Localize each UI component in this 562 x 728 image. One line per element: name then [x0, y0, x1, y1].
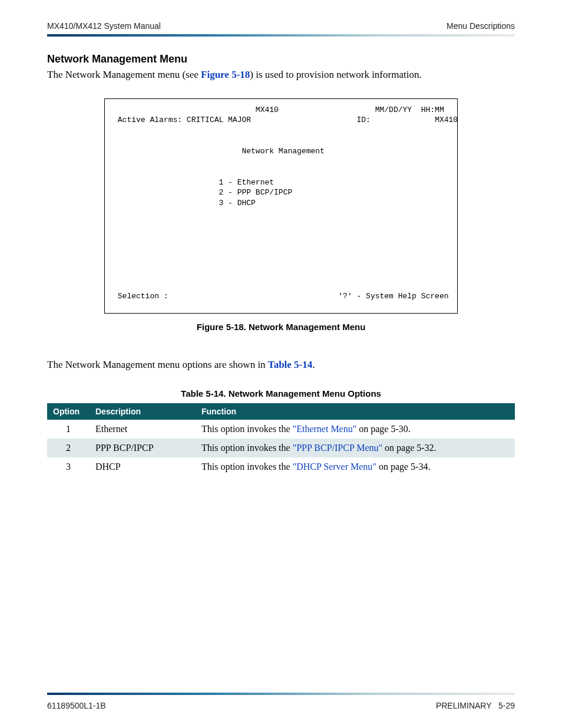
table-header-row: Option Description Function — [47, 403, 515, 420]
intro-pre: The Network Management menu (see — [47, 69, 201, 80]
func-post: on page 5-30. — [356, 424, 411, 434]
cell-description: PPP BCP/IPCP — [90, 439, 196, 457]
footer-left: 61189500L1-1B — [47, 701, 106, 710]
options-table-head: Option Description Function — [47, 403, 515, 420]
terminal-screen: MX410 MM/DD/YY HH:MM Active Alarms: CRIT… — [104, 98, 458, 314]
terminal-wrap: MX410 MM/DD/YY HH:MM Active Alarms: CRIT… — [47, 98, 515, 314]
table-row: 3 DHCP This option invokes the "DHCP Ser… — [47, 457, 515, 476]
mid-post: . — [312, 359, 315, 370]
cell-description: DHCP — [90, 457, 196, 476]
func-pre: This option invokes the — [201, 462, 293, 472]
footer-rule — [47, 693, 515, 695]
th-description: Description — [90, 403, 196, 420]
term-alarm: Active Alarms: CRITICAL MAJOR — [118, 116, 251, 124]
func-pre: This option invokes the — [201, 443, 293, 453]
page-header: MX410/MX412 System Manual Menu Descripti… — [47, 21, 515, 34]
intro-paragraph: The Network Management menu (see Figure … — [47, 68, 515, 82]
intro-post: ) is used to provision network informati… — [250, 69, 421, 80]
cell-function: This option invokes the "PPP BCP/IPCP Me… — [196, 439, 515, 457]
term-title: Network Management — [242, 147, 324, 156]
cell-function: This option invokes the "Ethernet Menu" … — [196, 420, 515, 439]
cell-option: 3 — [47, 457, 90, 476]
table-row: 2 PPP BCP/IPCP This option invokes the "… — [47, 439, 515, 457]
ethernet-menu-link[interactable]: "Ethernet Menu" — [293, 424, 357, 434]
footer-right-page: 5-29 — [498, 701, 515, 710]
section-title: Network Management Menu — [47, 53, 515, 65]
table-caption: Table 5-14. Network Management Menu Opti… — [47, 388, 515, 398]
header-rule — [47, 34, 515, 37]
ppp-menu-link[interactable]: "PPP BCP/IPCP Menu" — [293, 443, 382, 453]
term-selection: Selection : — [118, 292, 168, 301]
figure-ref-link[interactable]: Figure 5-18 — [201, 69, 250, 80]
options-table-body: 1 Ethernet This option invokes the "Ethe… — [47, 420, 515, 476]
term-device: MX410 — [256, 106, 279, 114]
header-right: Menu Descriptions — [447, 21, 515, 31]
term-opt-3: 3 - DHCP — [219, 199, 255, 207]
func-pre: This option invokes the — [201, 424, 293, 434]
term-date: MM/DD/YY HH:MM — [375, 106, 444, 114]
th-function: Function — [196, 403, 515, 420]
term-id-value: MX410 — [435, 116, 458, 124]
func-post: on page 5-32. — [382, 443, 437, 453]
options-table: Option Description Function 1 Ethernet T… — [47, 403, 515, 476]
term-opt-2: 2 - PPP BCP/IPCP — [219, 188, 292, 197]
table-row: 1 Ethernet This option invokes the "Ethe… — [47, 420, 515, 439]
func-post: on page 5-34. — [376, 462, 431, 472]
mid-paragraph: The Network Management menu options are … — [47, 358, 515, 372]
term-help: '?' - System Help Screen — [338, 292, 448, 301]
header-left: MX410/MX412 System Manual — [47, 21, 161, 31]
cell-function: This option invokes the "DHCP Server Men… — [196, 457, 515, 476]
footer-right-label: PRELIMINARY — [436, 701, 491, 710]
cell-description: Ethernet — [90, 420, 196, 439]
page-footer: 61189500L1-1B PRELIMINARY 5-29 — [47, 693, 515, 710]
table-ref-link[interactable]: Table 5-14 — [268, 359, 312, 370]
footer-row: 61189500L1-1B PRELIMINARY 5-29 — [47, 701, 515, 710]
term-opt-1: 1 - Ethernet — [219, 178, 274, 187]
cell-option: 2 — [47, 439, 90, 457]
dhcp-menu-link[interactable]: "DHCP Server Menu" — [293, 462, 376, 472]
figure-caption: Figure 5-18. Network Management Menu — [47, 322, 515, 332]
term-id-label: ID: — [357, 116, 371, 124]
footer-right: PRELIMINARY 5-29 — [436, 701, 515, 710]
mid-pre: The Network Management menu options are … — [47, 359, 268, 370]
th-option: Option — [47, 403, 90, 420]
document-page: MX410/MX412 System Manual Menu Descripti… — [0, 0, 562, 728]
cell-option: 1 — [47, 420, 90, 439]
